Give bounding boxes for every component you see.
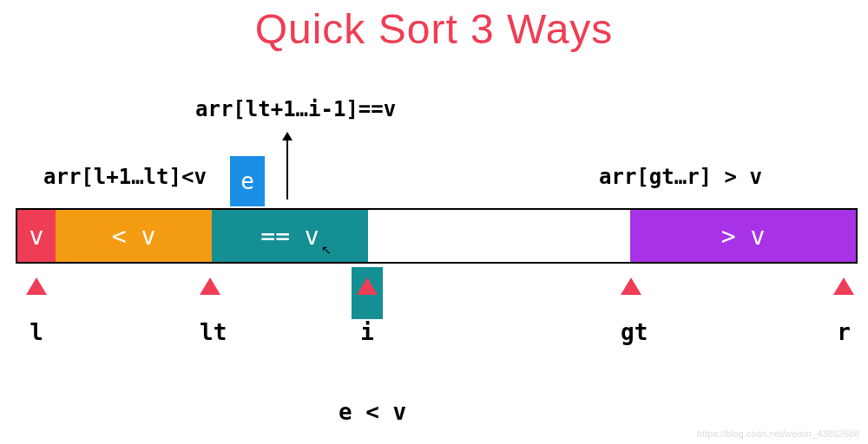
diagram-title: Quick Sort 3 Ways — [0, 0, 868, 53]
arrow-up-icon — [286, 139, 288, 199]
condition-label: e < v — [339, 399, 406, 425]
segment-unprocessed — [368, 210, 630, 262]
segment-less-than: < v — [56, 210, 212, 262]
watermark: https://blog.csdn.net/weixin_43862688 — [697, 428, 859, 439]
pointer-gt-label: gt — [621, 319, 648, 345]
pointer-r-tri — [833, 278, 854, 295]
pointer-l-label: l — [26, 319, 47, 345]
annotation-lt-range: arr[l+1…lt]<v — [43, 165, 207, 189]
pointer-i-label: i — [357, 319, 378, 345]
pointer-gt-tri — [621, 278, 641, 295]
pointer-lt-label: lt — [200, 319, 227, 345]
annotation-eq-range: arr[lt+1…i-1]==v — [195, 97, 396, 121]
element-e-label: e — [240, 168, 254, 194]
annotation-gt-range: arr[gt…r] > v — [599, 165, 762, 189]
cursor-icon: ↖ — [321, 243, 332, 257]
pointer-i-tri — [357, 278, 378, 295]
segment-equal: == v — [212, 210, 368, 262]
pointer-lt-tri — [200, 278, 220, 295]
element-e-box: e — [230, 156, 265, 206]
segment-greater-than: > v — [630, 210, 856, 262]
pointer-l-tri — [26, 278, 47, 295]
segment-pivot: v — [17, 210, 56, 262]
pointer-r-label: r — [833, 319, 854, 345]
array-bar: v < v == v > v — [16, 208, 858, 264]
